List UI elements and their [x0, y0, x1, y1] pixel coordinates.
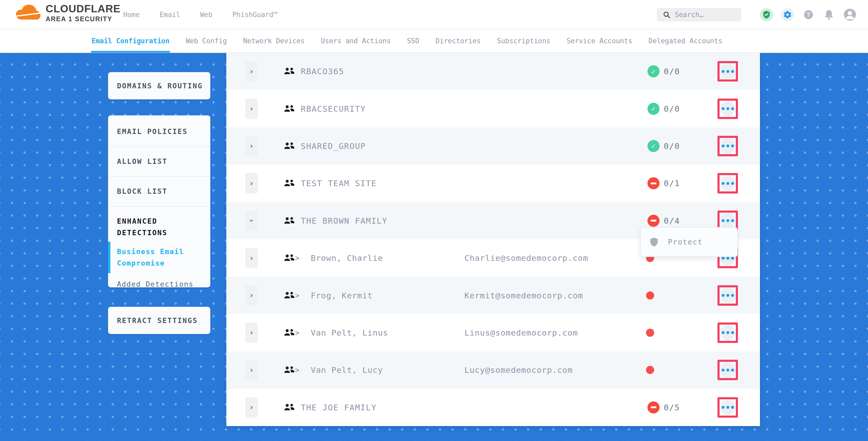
group-icon — [283, 104, 295, 113]
sidebar-subitem-business-email-compromise[interactable]: Business Email Compromise — [108, 241, 210, 274]
app-canvas: CLOUDFLARE AREA 1 SECURITY HomeEmailWebP… — [0, 0, 868, 441]
row-menu-button-active[interactable] — [720, 213, 735, 228]
row-email: Linus@somedemocorp.com — [464, 328, 578, 338]
row-menu-button-active[interactable] — [720, 64, 735, 79]
expand-toggle-button[interactable]: › — [245, 136, 258, 156]
sidebar-item-block-list[interactable]: BLOCK LIST — [108, 177, 210, 207]
row-menu-button-active[interactable] — [720, 363, 735, 378]
menu-item-protect[interactable]: Protect — [668, 238, 703, 247]
table-row: › > RBACO365 0/0 — [226, 53, 760, 90]
expand-toggle-button[interactable]: › — [245, 285, 258, 306]
status-badge — [647, 215, 659, 227]
protection-count: 0/4 — [664, 216, 680, 225]
row-name: RBACO365 — [301, 67, 344, 76]
top-nav-item-web[interactable]: Web — [200, 11, 212, 19]
tab-users-and-actions[interactable]: Users and Actions — [321, 29, 391, 53]
status-badge — [647, 401, 659, 413]
top-nav-item-home[interactable]: Home — [123, 11, 140, 19]
status-badge — [647, 140, 659, 152]
shield-icon — [650, 237, 658, 247]
row-menu-highlight — [717, 285, 738, 306]
shield-check-icon[interactable] — [760, 8, 773, 21]
avatar-icon[interactable] — [844, 9, 856, 21]
secondary-nav: Email ConfigurationWeb ConfigNetwork Dev… — [0, 29, 868, 53]
status-badge — [647, 65, 659, 77]
tab-email-configuration[interactable]: Email Configuration — [92, 29, 169, 53]
sidebar-item-retract-settings[interactable]: RETRACT SETTINGS — [108, 307, 210, 334]
row-menu-highlight — [717, 173, 738, 193]
row-name: Van Pelt, Linus — [311, 328, 388, 338]
row-menu-button-active[interactable] — [720, 325, 735, 340]
tab-service-accounts[interactable]: Service Accounts — [567, 29, 632, 53]
chevron-icon: › — [249, 291, 254, 300]
search-icon — [663, 11, 671, 19]
brand-text: CLOUDFLARE AREA 1 SECURITY — [45, 3, 121, 23]
group-icon — [283, 67, 295, 76]
top-bar: CLOUDFLARE AREA 1 SECURITY HomeEmailWebP… — [0, 0, 868, 29]
search-input[interactable]: Search… — [657, 8, 741, 22]
group-icon — [283, 366, 295, 374]
chevron-icon: › — [249, 141, 254, 150]
row-email: Kermit@somedemocorp.com — [464, 291, 583, 300]
expand-toggle-button[interactable]: › — [245, 61, 258, 82]
group-icon — [283, 328, 295, 337]
tab-web-config[interactable]: Web Config — [186, 29, 227, 53]
status-dot — [646, 366, 654, 374]
sidebar-item-enhanced-detections[interactable]: ENHANCED DETECTIONS — [108, 207, 210, 241]
row-menu-highlight — [717, 322, 738, 343]
sidebar-item-domains-routing[interactable]: DOMAINS & ROUTING — [108, 72, 210, 99]
tab-directories[interactable]: Directories — [436, 29, 481, 53]
row-menu-button-active[interactable] — [720, 400, 735, 415]
chevron-icon: › — [249, 104, 254, 113]
brand-name: CLOUDFLARE — [45, 3, 121, 15]
help-glyph: ? — [807, 11, 810, 18]
member-chevron-icon: > — [295, 328, 300, 337]
tab-subscriptions[interactable]: Subscriptions — [497, 29, 551, 53]
row-email: Lucy@somedemocorp.com — [464, 365, 573, 375]
gear-icon[interactable] — [781, 8, 794, 21]
expand-toggle-button[interactable]: › — [245, 248, 258, 268]
row-menu-button-active[interactable] — [720, 288, 735, 303]
protection-count: 0/0 — [664, 141, 680, 151]
tab-network-devices[interactable]: Network Devices — [243, 29, 305, 53]
chevron-icon: › — [247, 218, 256, 223]
expand-toggle-button[interactable]: › — [245, 322, 258, 343]
sidebar-item-email-policies[interactable]: EMAIL POLICIES — [108, 117, 210, 147]
top-nav-item-email[interactable]: Email — [160, 11, 180, 19]
sidebar-subitem-added-detections[interactable]: Added Detections — [108, 274, 210, 295]
expand-toggle-button[interactable]: › — [245, 99, 258, 119]
expand-toggle-button[interactable]: › — [245, 173, 258, 193]
expand-toggle-button[interactable]: › — [245, 360, 258, 380]
chevron-icon: › — [249, 254, 254, 262]
status-dot — [646, 328, 654, 337]
member-chevron-icon: > — [295, 366, 300, 374]
row-name: THE JOE FAMILY — [301, 403, 377, 412]
chevron-icon: › — [249, 179, 254, 188]
cloudflare-logo[interactable]: CLOUDFLARE AREA 1 SECURITY — [15, 3, 121, 23]
row-menu-button-active[interactable] — [720, 138, 735, 154]
help-icon[interactable]: ? — [804, 10, 813, 19]
top-nav-item-phishguard[interactable]: PhishGuard™ — [232, 11, 277, 19]
tab-sso[interactable]: SSO — [407, 29, 419, 53]
expand-toggle-button[interactable]: › — [245, 211, 258, 231]
status-badge — [647, 103, 659, 115]
member-chevron-icon: > — [295, 291, 300, 300]
row-menu-highlight — [717, 397, 738, 418]
chevron-icon: › — [249, 67, 254, 76]
table-row: › > Frog, Kermit Kermit@somedemocorp.com — [226, 277, 760, 314]
protection-count: 0/0 — [664, 104, 680, 114]
bell-icon[interactable] — [824, 9, 834, 21]
row-menu-button-active[interactable] — [720, 101, 735, 117]
cloudflare-cloud-icon — [15, 3, 42, 23]
sidebar-item-allow-list[interactable]: ALLOW LIST — [108, 147, 210, 177]
tab-delegated-accounts[interactable]: Delegated Accounts — [649, 29, 722, 53]
row-menu-button-active[interactable] — [720, 176, 735, 191]
brand-subtitle: AREA 1 SECURITY — [45, 15, 121, 23]
table-row: › > THE JOE FAMILY 0/5 — [226, 389, 760, 426]
expand-toggle-button[interactable]: › — [245, 397, 258, 418]
status-dot — [646, 291, 654, 300]
protection-count: 0/1 — [664, 179, 680, 188]
row-email: Charlie@somedemocorp.com — [464, 253, 588, 263]
chevron-icon: › — [249, 328, 254, 337]
group-icon — [283, 141, 295, 151]
